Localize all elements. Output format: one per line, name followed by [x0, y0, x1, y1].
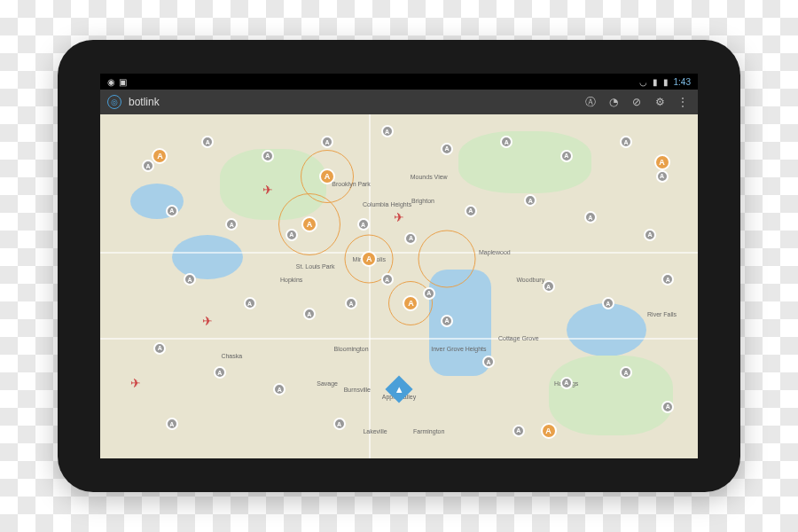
- airfield-marker[interactable]: A: [560, 150, 573, 162]
- aircraft-icon[interactable]: ✈: [262, 183, 273, 197]
- airfield-marker[interactable]: A: [184, 273, 196, 286]
- place-label: River Falls: [647, 311, 677, 317]
- aircraft-icon[interactable]: ✈: [130, 376, 141, 390]
- airfield-marker[interactable]: A: [225, 218, 238, 231]
- place-label: St. Louis Park: [296, 262, 335, 269]
- place-label: Woodbury: [516, 277, 544, 283]
- airfield-a-marker[interactable]: A: [403, 295, 419, 311]
- place-label: Brooklyn Park: [332, 180, 371, 186]
- airfield-marker[interactable]: A: [423, 287, 435, 300]
- airfield-marker[interactable]: A: [500, 136, 512, 148]
- airfield-marker[interactable]: A: [620, 366, 632, 379]
- airfield-marker[interactable]: A: [201, 136, 214, 148]
- airfield-a-marker[interactable]: A: [319, 168, 335, 184]
- signal-icon: ▮: [653, 77, 658, 87]
- place-label: Hopkins: [280, 277, 302, 283]
- airfield-marker[interactable]: A: [153, 342, 166, 355]
- airfield-marker[interactable]: A: [543, 280, 555, 293]
- toolbar-marker-a-icon[interactable]: Ⓐ: [583, 94, 598, 110]
- place-label: Lakeville: [363, 427, 387, 434]
- airfield-marker[interactable]: A: [166, 418, 178, 430]
- airfield-marker[interactable]: A: [661, 401, 674, 413]
- airfield-marker[interactable]: A: [166, 205, 178, 217]
- airfield-marker[interactable]: A: [441, 315, 453, 327]
- airfield-marker[interactable]: A: [644, 229, 656, 241]
- toolbar-overflow-icon[interactable]: ⋮: [675, 94, 691, 110]
- airfield-marker[interactable]: A: [357, 218, 370, 231]
- airfield-marker[interactable]: A: [560, 377, 573, 389]
- airfield-marker[interactable]: A: [381, 273, 394, 286]
- airfield-marker[interactable]: A: [273, 383, 286, 395]
- status-bar: ◉ ▣ ◡ ▮ ▮ 1:43: [100, 74, 698, 90]
- toolbar-settings-icon[interactable]: ⚙: [652, 94, 668, 110]
- airfield-marker[interactable]: A: [620, 136, 632, 148]
- airfield-marker[interactable]: A: [333, 418, 346, 430]
- notification-icon: ◉: [107, 77, 115, 87]
- place-label: Bloomington: [334, 345, 369, 351]
- airfield-marker[interactable]: A: [441, 143, 453, 155]
- app-bar: ◎ botlink Ⓐ ◔ ⊘ ⚙ ⋮: [100, 90, 698, 114]
- place-label: Savage: [317, 379, 338, 386]
- airfield-a-marker[interactable]: A: [541, 423, 557, 439]
- airfield-marker[interactable]: A: [602, 297, 614, 309]
- airfield-marker[interactable]: A: [262, 150, 274, 162]
- aircraft-icon[interactable]: ✈: [202, 314, 213, 328]
- place-label: Mounds View: [411, 173, 448, 179]
- airfield-marker[interactable]: A: [303, 308, 316, 320]
- wifi-icon: ◡: [639, 77, 647, 87]
- map-canvas[interactable]: MinneapolisBrooklyn ParkMounds ViewColum…: [100, 114, 698, 458]
- airfield-marker[interactable]: A: [404, 232, 417, 245]
- airfield-marker[interactable]: A: [482, 356, 495, 368]
- airfield-marker[interactable]: A: [321, 136, 333, 148]
- airfield-marker[interactable]: A: [381, 125, 394, 137]
- airfield-marker[interactable]: A: [244, 297, 256, 309]
- app-logo-icon: ◎: [107, 95, 121, 109]
- toolbar-time-icon[interactable]: ◔: [606, 94, 622, 110]
- airfield-a-marker[interactable]: A: [361, 251, 377, 267]
- place-label: Farmington: [413, 427, 444, 434]
- airfield-marker[interactable]: A: [524, 194, 536, 207]
- place-label: Burnsville: [344, 387, 371, 393]
- airspace-ring: [418, 230, 475, 287]
- screen: ◉ ▣ ◡ ▮ ▮ 1:43 ◎ botlink Ⓐ ◔ ⊘ ⚙ ⋮: [100, 74, 698, 458]
- tablet-frame: ◉ ▣ ◡ ▮ ▮ 1:43 ◎ botlink Ⓐ ◔ ⊘ ⚙ ⋮: [58, 40, 740, 492]
- notification-icon: ▣: [119, 77, 127, 87]
- airfield-a-marker[interactable]: A: [152, 148, 168, 164]
- airfield-marker[interactable]: A: [661, 273, 674, 286]
- battery-icon: ▮: [663, 77, 669, 87]
- airfield-marker[interactable]: A: [512, 425, 525, 437]
- airfield-a-marker[interactable]: A: [301, 216, 317, 232]
- place-label: Cottage Grove: [498, 335, 539, 341]
- place-label: Columbia Heights: [363, 200, 411, 207]
- clock: 1:43: [674, 77, 691, 87]
- airfield-a-marker[interactable]: A: [654, 154, 670, 170]
- place-label: Chaska: [221, 352, 242, 358]
- airfield-marker[interactable]: A: [584, 211, 597, 223]
- toolbar-globe-icon[interactable]: ⊘: [629, 94, 645, 110]
- airfield-marker[interactable]: A: [142, 160, 154, 172]
- airfield-marker[interactable]: A: [286, 229, 298, 241]
- airfield-marker[interactable]: A: [465, 205, 477, 217]
- place-label: Inver Grove Heights: [431, 345, 486, 351]
- airfield-marker[interactable]: A: [345, 297, 357, 309]
- place-label: Brighton: [411, 198, 434, 204]
- airfield-marker[interactable]: A: [214, 366, 226, 379]
- airfield-marker[interactable]: A: [656, 170, 669, 183]
- app-title: botlink: [129, 96, 575, 108]
- aircraft-icon[interactable]: ✈: [394, 210, 404, 224]
- place-label: Maplewood: [479, 249, 511, 255]
